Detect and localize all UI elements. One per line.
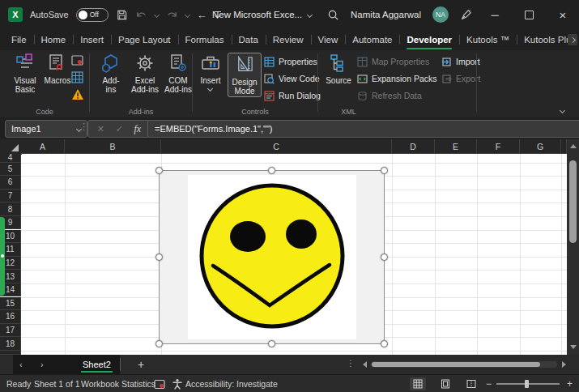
refresh-data-button[interactable]: Refresh Data <box>357 89 422 102</box>
row-header-4[interactable]: 4 <box>0 154 21 163</box>
embedded-image-control[interactable] <box>159 170 385 344</box>
next-sheet-arrow[interactable]: › <box>40 355 44 374</box>
confirm-entry-icon[interactable]: ✓ <box>116 124 123 134</box>
scrollbar-resize-dots[interactable]: ⋮ <box>347 359 355 368</box>
column-header-A[interactable]: A <box>21 139 65 154</box>
maximize-button[interactable] <box>517 0 540 29</box>
undo-icon[interactable] <box>135 9 147 20</box>
import-button[interactable]: Import <box>441 55 480 68</box>
zoom-slider-thumb[interactable] <box>525 380 529 388</box>
com-addins-button[interactable]: COM Add-ins <box>162 53 194 94</box>
map-properties-button[interactable]: Map Properties <box>357 55 429 68</box>
title-dropdown-chevron[interactable] <box>307 11 313 17</box>
row-header-17[interactable]: 17 <box>0 324 21 338</box>
vertical-scroll-thumb[interactable] <box>569 160 577 243</box>
column-header-C[interactable]: C <box>161 139 392 154</box>
record-macro-status-icon[interactable] <box>154 375 165 392</box>
edge-indicator-strip[interactable] <box>0 217 5 296</box>
insert-control-button[interactable]: Insert <box>196 53 225 91</box>
zoom-out-button[interactable]: − <box>486 375 492 392</box>
minimize-button[interactable]: ─ <box>483 0 506 29</box>
selection-handle-top-left[interactable] <box>155 167 163 174</box>
name-box[interactable]: Image1 <box>5 120 87 138</box>
save-icon[interactable] <box>116 9 128 21</box>
horizontal-scroll-thumb[interactable] <box>372 362 540 367</box>
insert-function-icon[interactable]: fx <box>134 123 142 135</box>
back-arrow-icon[interactable]: ← <box>197 10 207 20</box>
selection-handle-middle-left[interactable] <box>155 254 163 261</box>
column-header-B[interactable]: B <box>65 139 161 154</box>
normal-view-button[interactable] <box>410 377 426 390</box>
macros-button[interactable]: Macros <box>42 53 73 85</box>
addins-button[interactable]: Add- ins <box>96 53 126 94</box>
excel-app-icon[interactable]: X <box>8 7 23 22</box>
selection-handle-bottom-right[interactable] <box>381 340 388 347</box>
expansion-packs-button[interactable]: Expansion Packs <box>357 72 437 85</box>
tab-automate[interactable]: Automate <box>345 29 399 50</box>
row-header-6[interactable]: 6 <box>0 176 21 190</box>
tab-home[interactable]: Home <box>34 29 74 50</box>
autosave-toggle[interactable]: Off <box>76 8 109 22</box>
selection-handle-top-center[interactable] <box>268 167 275 174</box>
smiley-image[interactable] <box>188 175 356 339</box>
status-sheet-info[interactable]: Sheet 1 of 1 <box>34 375 80 392</box>
user-avatar[interactable]: NA <box>432 6 449 23</box>
document-title[interactable]: New Microsoft Exce... <box>212 10 302 19</box>
page-break-preview-button[interactable] <box>463 377 479 390</box>
selection-handle-bottom-left[interactable] <box>155 340 163 347</box>
column-header-F[interactable]: F <box>477 139 520 154</box>
tab-page-layout[interactable]: Page Layout <box>111 29 178 50</box>
column-header-partial[interactable] <box>561 139 567 154</box>
source-button[interactable]: Source <box>323 53 354 85</box>
excel-addins-button[interactable]: Excel Add-ins <box>128 53 162 94</box>
redo-icon[interactable] <box>166 9 178 20</box>
workbook-statistics[interactable]: Workbook Statistics <box>81 375 155 392</box>
tab-developer[interactable]: Developer <box>399 29 459 50</box>
row-header-15[interactable]: 15 <box>0 297 21 311</box>
accessibility-status[interactable]: Accessibility: Investigate <box>185 375 278 392</box>
tab-formulas[interactable]: Formulas <box>178 29 232 50</box>
previous-sheet-arrow[interactable]: ‹ <box>19 355 23 374</box>
run-dialog-button[interactable]: Run Dialog <box>264 89 321 102</box>
view-code-button[interactable]: View Code <box>264 72 320 85</box>
select-all-corner[interactable] <box>0 139 22 155</box>
selection-handle-top-right[interactable] <box>381 167 388 174</box>
tab-file[interactable]: File <box>0 29 34 50</box>
design-mode-button[interactable]: Design Mode <box>228 53 262 97</box>
tab-overflow-chevron[interactable] <box>568 34 577 45</box>
sheet-tab-sheet2[interactable]: Sheet2 <box>75 355 119 374</box>
user-name[interactable]: Namita Aggarwal <box>351 10 421 19</box>
horizontal-scrollbar[interactable] <box>371 361 557 368</box>
undo-dropdown-chevron[interactable] <box>154 11 160 17</box>
visual-basic-button[interactable]: Visual Basic <box>6 53 44 94</box>
tab-review[interactable]: Review <box>266 29 311 50</box>
scroll-left-arrow[interactable] <box>363 361 367 368</box>
column-header-G[interactable]: G <box>520 139 561 154</box>
tab-data[interactable]: Data <box>232 29 266 50</box>
row-header-8[interactable]: 8 <box>0 202 21 216</box>
macro-security-button[interactable] <box>71 88 84 104</box>
search-icon[interactable] <box>327 9 339 21</box>
worksheet-grid[interactable]: ABCDEFG 456789101112131415161718 <box>0 139 579 355</box>
cancel-entry-icon[interactable]: ✕ <box>97 124 104 134</box>
scroll-right-arrow[interactable] <box>562 361 566 368</box>
new-sheet-button[interactable]: + <box>138 355 144 374</box>
page-layout-view-button[interactable] <box>437 377 453 390</box>
scroll-up-arrow[interactable] <box>570 144 577 148</box>
selection-handle-middle-right[interactable] <box>381 254 388 261</box>
properties-button[interactable]: Properties <box>264 55 317 68</box>
tab-view[interactable]: View <box>311 29 346 50</box>
use-relative-references-button[interactable] <box>71 71 83 87</box>
pen-mode-icon[interactable] <box>460 9 472 21</box>
vertical-scrollbar[interactable] <box>567 139 579 355</box>
column-header-D[interactable]: D <box>392 139 435 154</box>
record-macro-button[interactable] <box>71 54 83 70</box>
close-button[interactable]: × <box>551 0 574 29</box>
row-header-7[interactable]: 7 <box>0 190 21 203</box>
scroll-down-arrow[interactable] <box>570 345 577 349</box>
redo-dropdown-chevron[interactable] <box>185 11 190 17</box>
column-header-E[interactable]: E <box>435 139 477 154</box>
row-header-18[interactable]: 18 <box>0 337 21 351</box>
accessibility-icon[interactable] <box>172 375 183 392</box>
formula-input[interactable]: =EMBED("Forms.Image.1","") <box>147 120 579 138</box>
